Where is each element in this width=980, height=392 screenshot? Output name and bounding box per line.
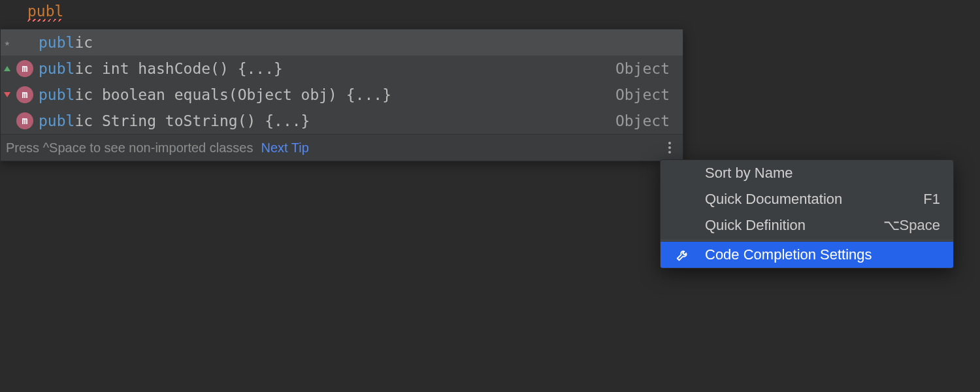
- menu-item-shortcut: ⌥Space: [883, 217, 940, 234]
- gutter-marker: [3, 92, 11, 97]
- gutter-marker: [3, 66, 11, 71]
- completion-signature: public boolean equals(Object obj) {...}: [39, 86, 610, 103]
- menu-item[interactable]: Quick Definition⌥Space: [661, 212, 953, 238]
- completion-context-menu: Sort by NameQuick DocumentationF1Quick D…: [660, 159, 954, 269]
- footer-hint: Press ^Space to see non-imported classes: [6, 140, 253, 155]
- completion-item[interactable]: mpublic boolean equals(Object obj) {...}…: [1, 82, 683, 108]
- menu-item-label: Code Completion Settings: [705, 246, 872, 263]
- wrench-icon: [676, 248, 690, 262]
- more-options-icon[interactable]: [664, 138, 675, 157]
- completion-return-type: Object: [615, 60, 672, 77]
- method-badge-icon: m: [16, 112, 33, 129]
- menu-item-shortcut: F1: [923, 191, 940, 208]
- completion-signature: public: [39, 34, 664, 51]
- menu-item[interactable]: Code Completion Settings: [661, 242, 953, 268]
- method-badge-icon: m: [16, 60, 33, 77]
- method-badge-icon: m: [16, 86, 33, 103]
- menu-item[interactable]: Quick DocumentationF1: [661, 186, 953, 212]
- completion-item[interactable]: mpublic int hashCode() {...}Object: [1, 56, 683, 82]
- completion-return-type: Object: [615, 86, 672, 103]
- menu-item-label: Quick Documentation: [705, 191, 842, 208]
- completion-item[interactable]: ★public: [1, 29, 683, 56]
- menu-item-label: Sort by Name: [705, 165, 793, 182]
- completion-item[interactable]: mpublic String toString() {...}Object: [1, 108, 683, 134]
- completion-return-type: Object: [615, 112, 672, 129]
- completion-signature: public int hashCode() {...}: [39, 60, 610, 77]
- completion-footer: Press ^Space to see non-imported classes…: [1, 134, 683, 161]
- typed-text: publ: [27, 3, 63, 20]
- editor-line[interactable]: publ: [0, 0, 980, 24]
- completion-popup: ★publicmpublic int hashCode() {...}Objec…: [0, 29, 683, 161]
- menu-separator: [661, 240, 953, 240]
- menu-item[interactable]: Sort by Name: [661, 160, 953, 186]
- menu-item-label: Quick Definition: [705, 217, 806, 234]
- gutter-marker: ★: [3, 38, 11, 47]
- next-tip-link[interactable]: Next Tip: [261, 140, 308, 155]
- completion-signature: public String toString() {...}: [39, 112, 610, 129]
